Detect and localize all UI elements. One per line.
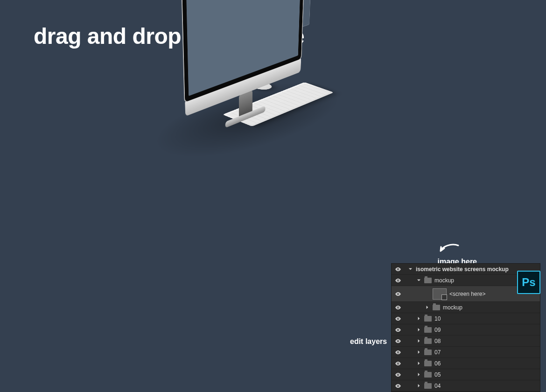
chevron-right-icon[interactable]: [416, 384, 421, 388]
layer-row[interactable]: 10: [392, 313, 540, 324]
visibility-eye-icon[interactable]: [394, 371, 402, 378]
layer-label[interactable]: 09: [434, 327, 537, 333]
annotation-image-here: image here: [438, 243, 477, 266]
chevron-right-icon[interactable]: [416, 361, 421, 365]
layer-label[interactable]: 05: [434, 371, 537, 378]
visibility-eye-icon[interactable]: [394, 349, 402, 356]
annotation-edit-layers-label: edit layers: [350, 337, 387, 346]
smart-object-thumb-icon: [433, 288, 447, 300]
layer-row[interactable]: 06: [392, 358, 540, 369]
visibility-eye-icon[interactable]: [394, 291, 402, 297]
chevron-down-icon[interactable]: [416, 278, 421, 282]
folder-icon: [424, 327, 432, 333]
chevron-right-icon[interactable]: [416, 328, 421, 332]
chevron-down-icon[interactable]: [407, 267, 413, 271]
layer-label[interactable]: 06: [434, 360, 537, 367]
chevron-right-icon[interactable]: [416, 350, 421, 354]
layer-label[interactable]: 08: [434, 338, 537, 344]
folder-icon: [433, 305, 440, 310]
visibility-eye-icon[interactable]: [394, 277, 402, 284]
folder-icon: [424, 361, 432, 366]
chevron-right-icon[interactable]: [416, 316, 421, 321]
layer-label[interactable]: 10: [434, 315, 537, 322]
arrow-left-icon: [438, 243, 477, 255]
layer-row[interactable]: 07: [392, 347, 540, 358]
layer-row[interactable]: 08: [392, 336, 540, 347]
visibility-eye-icon[interactable]: [394, 338, 402, 344]
layer-row[interactable]: 05: [392, 369, 540, 380]
layer-label[interactable]: 04: [434, 383, 537, 389]
chevron-right-icon[interactable]: [416, 339, 421, 343]
visibility-eye-icon[interactable]: [394, 304, 402, 311]
visibility-eye-icon[interactable]: [394, 315, 402, 322]
visibility-eye-icon[interactable]: [394, 360, 402, 367]
visibility-eye-icon[interactable]: [394, 327, 402, 333]
folder-icon: [424, 316, 432, 322]
folder-icon: [424, 338, 432, 344]
layer-row[interactable]: 04: [392, 380, 540, 392]
visibility-eye-icon[interactable]: [394, 266, 402, 273]
folder-icon: [424, 350, 432, 355]
chevron-right-icon[interactable]: [416, 372, 421, 377]
folder-icon: [424, 372, 432, 378]
folder-icon: [424, 383, 432, 389]
chevron-right-icon[interactable]: [424, 305, 430, 309]
layer-label[interactable]: mockup: [443, 304, 537, 311]
folder-icon: [424, 278, 432, 283]
layer-row[interactable]: mockup: [392, 302, 540, 313]
visibility-eye-icon[interactable]: [394, 383, 402, 389]
layer-row[interactable]: 09: [392, 324, 540, 336]
photoshop-badge-icon: Ps: [517, 271, 540, 294]
layer-label[interactable]: 07: [434, 349, 537, 356]
